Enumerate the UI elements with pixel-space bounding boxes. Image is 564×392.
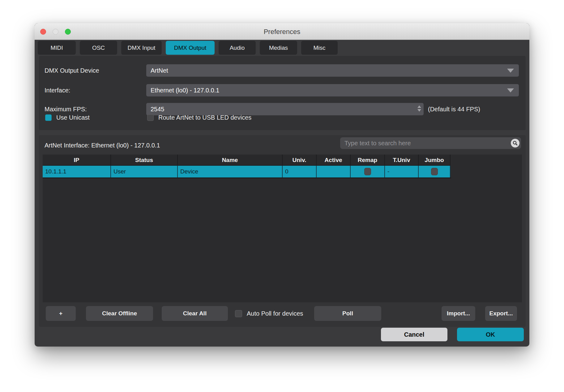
window-title: Preferences xyxy=(35,23,529,40)
column-header-active[interactable]: Active xyxy=(317,155,351,166)
auto-poll-checkbox[interactable] xyxy=(235,310,242,317)
title-bar[interactable]: Preferences xyxy=(35,23,529,40)
column-header-ip[interactable]: IP xyxy=(43,155,111,166)
cell-status: User xyxy=(111,166,178,177)
search-box xyxy=(340,137,521,149)
clear-offline-button[interactable]: Clear Offline xyxy=(86,306,153,321)
device-select-value: ArtNet xyxy=(151,67,168,74)
device-select[interactable]: ArtNet xyxy=(146,64,519,77)
tab-dmx-input[interactable]: DMX Input xyxy=(121,41,162,55)
cell-univ: 0 xyxy=(283,166,317,177)
table-header-row: IP Status Name Univ. Active Remap T.Univ… xyxy=(43,155,522,166)
use-unicast-row: Use Unicast xyxy=(45,114,90,121)
clear-all-button[interactable]: Clear All xyxy=(162,306,228,321)
stepper-up-icon[interactable] xyxy=(417,105,421,108)
cell-jumbo xyxy=(419,166,451,177)
interface-select[interactable]: Ethernet (lo0) - 127.0.0.1 xyxy=(146,84,519,96)
preferences-dialog: Preferences MIDI OSC DMX Input DMX Outpu… xyxy=(35,23,529,347)
add-device-button[interactable]: + xyxy=(46,306,76,321)
ok-button[interactable]: OK xyxy=(457,328,524,341)
column-header-name[interactable]: Name xyxy=(178,155,283,166)
tab-medias[interactable]: Medias xyxy=(260,41,297,55)
jumbo-checkbox[interactable] xyxy=(431,168,438,175)
device-label: DMX Output Device xyxy=(45,64,99,77)
output-settings-panel: DMX Output Device ArtNet Interface: Ethe… xyxy=(39,56,526,130)
use-unicast-label: Use Unicast xyxy=(56,114,90,121)
route-usb-row: Route ArtNet to USB LED devices xyxy=(147,114,251,121)
fps-stepper[interactable] xyxy=(417,105,421,112)
use-unicast-checkbox[interactable] xyxy=(45,114,52,121)
chevron-down-icon xyxy=(507,69,514,73)
fps-label: Maximum FPS: xyxy=(45,103,87,115)
cell-ip: 10.1.1.1 xyxy=(43,166,111,177)
interface-select-value: Ethernet (lo0) - 127.0.0.1 xyxy=(151,87,219,94)
column-header-tuniv[interactable]: T.Univ xyxy=(385,155,419,166)
cell-remap xyxy=(351,166,385,177)
fps-input[interactable]: 2545 xyxy=(146,103,424,115)
artnet-devices-panel: ArtNet Interface: Ethernet (lo0) - 127.0… xyxy=(39,135,526,327)
stepper-down-icon[interactable] xyxy=(417,109,421,112)
tab-bar: MIDI OSC DMX Input DMX Output Audio Medi… xyxy=(38,41,338,55)
chevron-down-icon xyxy=(507,88,514,92)
tab-osc[interactable]: OSC xyxy=(80,41,117,55)
tab-misc[interactable]: Misc xyxy=(301,41,338,55)
column-header-jumbo[interactable]: Jumbo xyxy=(419,155,451,166)
interface-label: Interface: xyxy=(45,84,70,96)
auto-poll-label: Auto Poll for devices xyxy=(247,306,303,321)
device-table: IP Status Name Univ. Active Remap T.Univ… xyxy=(43,155,522,302)
search-input[interactable] xyxy=(340,137,521,149)
cell-tuniv: - xyxy=(385,166,419,177)
search-icon[interactable] xyxy=(511,139,519,147)
route-usb-checkbox[interactable] xyxy=(147,114,154,121)
cell-name: Device xyxy=(178,166,283,177)
page: { "window": { "title": "Preferences" }, … xyxy=(0,0,564,392)
remap-checkbox[interactable] xyxy=(364,168,371,175)
export-button[interactable]: Export... xyxy=(485,306,517,321)
tab-audio[interactable]: Audio xyxy=(219,41,256,55)
fps-default-hint: (Default is 44 FPS) xyxy=(428,103,480,115)
cancel-button[interactable]: Cancel xyxy=(381,328,447,341)
import-button[interactable]: Import... xyxy=(442,306,475,321)
column-header-status[interactable]: Status xyxy=(111,155,178,166)
route-usb-label: Route ArtNet to USB LED devices xyxy=(158,114,251,121)
tab-midi[interactable]: MIDI xyxy=(38,41,76,55)
artnet-interface-caption: ArtNet Interface: Ethernet (lo0) - 127.0… xyxy=(45,135,160,155)
cell-active xyxy=(317,166,351,177)
column-header-univ[interactable]: Univ. xyxy=(283,155,317,166)
column-header-remap[interactable]: Remap xyxy=(351,155,385,166)
tab-dmx-output[interactable]: DMX Output xyxy=(166,41,215,55)
fps-value: 2545 xyxy=(151,106,164,113)
table-row[interactable]: 10.1.1.1 User Device 0 - xyxy=(43,166,451,178)
poll-button[interactable]: Poll xyxy=(314,306,381,321)
